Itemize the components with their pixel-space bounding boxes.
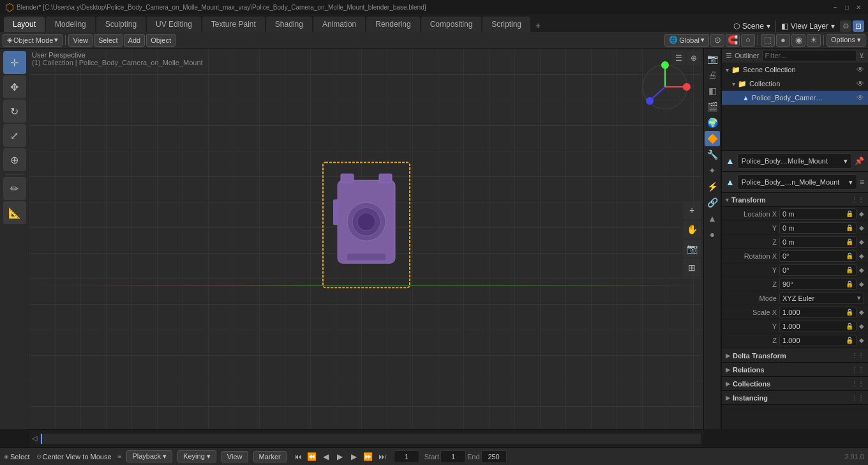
playback-menu[interactable]: Playback ▾ [126, 450, 172, 462]
object-menu[interactable]: Object [146, 34, 176, 47]
scale-x-field[interactable]: 1.000 🔒 [779, 307, 857, 318]
scale-z-field[interactable]: 1.000 🔒 [779, 335, 857, 346]
snap-btn[interactable]: 🧲 [726, 34, 740, 47]
view-layer-selector[interactable]: ◧ View Layer ▾ [781, 22, 835, 31]
select-menu[interactable]: Select [94, 34, 123, 47]
modifier-properties-btn[interactable]: 🔧 [705, 147, 720, 162]
tab-compositing[interactable]: Compositing [421, 17, 482, 32]
scale-z-lock[interactable]: 🔒 [846, 337, 853, 344]
physics-properties-btn[interactable]: ⚡ [705, 179, 720, 194]
next-frame-btn[interactable]: ⏩ [362, 450, 375, 463]
collection-vis-btn[interactable]: ⊞ [683, 259, 701, 277]
tab-uv-editing[interactable]: UV Editing [147, 17, 201, 32]
end-frame[interactable]: 250 [481, 450, 507, 463]
rotate-tool[interactable]: ↻ [3, 100, 26, 123]
tab-layout[interactable]: Layout [4, 17, 45, 32]
outliner-search[interactable] [762, 50, 857, 61]
cursor-tool[interactable]: ✛ [3, 51, 26, 74]
prev-frame-btn[interactable]: ⏪ [306, 450, 318, 463]
rotation-z-keyframe[interactable]: ◆ [859, 280, 864, 287]
add-workspace-button[interactable]: + [532, 19, 544, 32]
scale-y-field[interactable]: 1.000 🔒 [779, 321, 857, 332]
camera-btn[interactable]: 📷 [683, 240, 701, 257]
move-tool[interactable]: ✥ [3, 75, 26, 98]
full-screen-button[interactable]: ⊡ [853, 20, 864, 32]
location-x-field[interactable]: 0 m 🔒 [779, 208, 857, 220]
rotation-y-field[interactable]: 0° 🔒 [779, 264, 857, 276]
collection-visibility[interactable]: 👁 [857, 79, 864, 88]
zoom-in-btn[interactable]: + [683, 201, 701, 219]
scale-z-keyframe[interactable]: ◆ [859, 337, 864, 344]
viewport-gizmo-btn[interactable]: ⊕ [687, 51, 701, 65]
annotate-tool[interactable]: ✏ [3, 177, 26, 200]
outliner-collection[interactable]: ▾ 📁 Collection 👁 [722, 77, 868, 91]
render-properties-btn[interactable]: 📷 [705, 51, 720, 66]
tab-animation[interactable]: Animation [313, 17, 365, 32]
viewport-overlay-btn[interactable]: ☰ [671, 51, 685, 65]
tab-texture-paint[interactable]: Texture Paint [202, 17, 265, 32]
play-btn[interactable]: ▶ [334, 450, 347, 463]
jump-end-btn[interactable]: ⏭ [376, 450, 389, 463]
rotation-x-lock[interactable]: 🔒 [846, 252, 853, 259]
scale-tool[interactable]: ⤢ [3, 124, 26, 147]
output-properties-btn[interactable]: 🖨 [705, 67, 720, 82]
rotation-y-keyframe[interactable]: ◆ [859, 266, 864, 273]
instancing-header[interactable]: ▶ Instancing ⋮⋮ [722, 391, 868, 405]
location-z-lock[interactable]: 🔒 [846, 238, 853, 245]
tab-shading[interactable]: Shading [266, 17, 312, 32]
prev-keyframe-btn[interactable]: ◀ [320, 450, 333, 463]
marker-menu[interactable]: Marker [253, 451, 287, 462]
data-name-btn[interactable]: Police_Body_…n_Molle_Mount ▾ [737, 174, 857, 190]
current-frame[interactable]: 1 [394, 450, 419, 463]
keying-menu[interactable]: Keying ▾ [177, 450, 216, 462]
outliner-scene-collection[interactable]: ▾ 📁 Scene Collection 👁 [722, 63, 868, 77]
relations-header[interactable]: ▶ Relations ⋮⋮ [722, 363, 868, 377]
particles-properties-btn[interactable]: ✦ [705, 163, 720, 178]
location-x-lock[interactable]: 🔒 [846, 210, 853, 217]
scene-properties-btn[interactable]: 🎬 [705, 99, 720, 114]
scale-y-keyframe[interactable]: ◆ [859, 323, 864, 330]
view-menu-bottom[interactable]: View [221, 451, 248, 462]
viewport[interactable]: User Perspective (1) Collection | Police… [29, 49, 703, 429]
navigation-gizmo[interactable]: X Y Z [640, 61, 691, 112]
transform-pivot-btn[interactable]: ⊙ [710, 34, 724, 47]
rotation-z-field[interactable]: 90° 🔒 [779, 278, 857, 290]
outliner-filter-icon[interactable]: ⊻ [859, 52, 864, 60]
world-properties-btn[interactable]: 🌍 [705, 115, 720, 130]
options-btn[interactable]: Options ▾ [827, 34, 865, 47]
object-visibility[interactable]: 👁 [857, 93, 864, 102]
next-keyframe-btn[interactable]: ▶ [348, 450, 361, 463]
measure-tool[interactable]: 📐 [3, 201, 26, 224]
transform-tool[interactable]: ⊕ [3, 148, 26, 171]
location-y-field[interactable]: 0 m 🔒 [779, 222, 857, 234]
rotation-mode-field[interactable]: XYZ Euler ▾ [779, 293, 864, 304]
location-z-keyframe[interactable]: ◆ [859, 238, 864, 245]
data-options-icon[interactable]: ≡ [860, 178, 864, 187]
object-properties-btn[interactable]: 🔶 [705, 131, 720, 146]
tab-rendering[interactable]: Rendering [366, 17, 419, 32]
material-properties-btn[interactable]: ● [705, 227, 720, 242]
transform-section-header[interactable]: ▾ Transform ⋮⋮ [722, 193, 868, 207]
tab-modeling[interactable]: Modeling [46, 17, 95, 32]
mode-selector[interactable]: ◈ Object Mode ▾ [3, 34, 63, 47]
rotation-x-field[interactable]: 0° 🔒 [779, 250, 857, 262]
engine-selector[interactable]: ⬡ Scene ▾ [733, 22, 770, 31]
data-properties-btn[interactable]: ▲ [705, 211, 720, 226]
tab-sculpting[interactable]: Sculpting [96, 17, 146, 32]
maximize-button[interactable]: □ [842, 3, 851, 11]
location-z-field[interactable]: 0 m 🔒 [779, 236, 857, 248]
add-menu[interactable]: Add [124, 34, 146, 47]
rotation-z-lock[interactable]: 🔒 [846, 280, 853, 287]
viewport-shading-material[interactable]: ◉ [791, 34, 805, 47]
scene-settings-icon[interactable]: ⚙ [840, 20, 851, 32]
viewport-shading-solid[interactable]: ● [776, 34, 790, 47]
start-frame[interactable]: 1 [440, 450, 466, 463]
location-x-keyframe[interactable]: ◆ [859, 210, 864, 217]
rotation-x-keyframe[interactable]: ◆ [859, 252, 864, 259]
object-pin-icon[interactable]: 📌 [855, 156, 864, 165]
view-layer-properties-btn[interactable]: ◧ [705, 83, 720, 98]
minimize-button[interactable]: − [831, 3, 840, 11]
rotation-y-lock[interactable]: 🔒 [846, 266, 853, 273]
close-button[interactable]: ✕ [854, 3, 863, 11]
transform-global[interactable]: 🌐 Global ▾ [664, 34, 709, 47]
